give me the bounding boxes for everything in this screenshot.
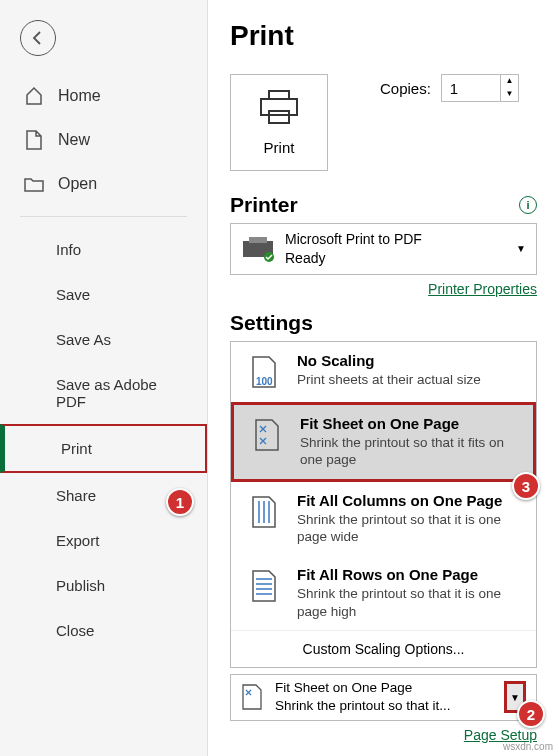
nav-open[interactable]: Open (0, 162, 207, 206)
option-desc: Shrink the printout so that it is one pa… (297, 511, 520, 546)
chevron-down-icon: ▼ (516, 243, 526, 254)
nav-save[interactable]: Save (0, 272, 207, 317)
option-title: Fit Sheet on One Page (300, 415, 517, 432)
option-title: No Scaling (297, 352, 520, 369)
fit-columns-icon (247, 492, 281, 532)
printer-selector[interactable]: Microsoft Print to PDF Ready ▼ (230, 223, 537, 275)
option-text: No Scaling Print sheets at their actual … (297, 352, 520, 389)
annotation-marker-2: 2 (517, 700, 545, 728)
nav-new-label: New (58, 131, 90, 149)
printer-icon (257, 89, 301, 125)
watermark: wsxdn.com (503, 741, 553, 752)
print-button[interactable]: Print (230, 74, 328, 171)
copies-label: Copies: (380, 80, 431, 97)
copies-spinner[interactable]: ▲ ▼ (441, 74, 519, 102)
printer-heading: Printer (230, 193, 298, 217)
nav-save-adobe[interactable]: Save as Adobe PDF (0, 362, 207, 424)
sidebar-divider (20, 216, 187, 217)
option-desc: Shrink the printout so that it fits on o… (300, 434, 517, 469)
arrow-left-icon (30, 30, 46, 46)
nav-home-label: Home (58, 87, 101, 105)
svg-text:100: 100 (256, 376, 273, 387)
annotation-marker-3: 3 (512, 472, 540, 500)
option-title: Fit All Rows on One Page (297, 566, 520, 583)
option-fit-sheet[interactable]: Fit Sheet on One Page Shrink the printou… (231, 402, 536, 482)
copies-input[interactable] (442, 75, 500, 101)
spinner-down[interactable]: ▼ (501, 88, 518, 101)
nav-publish[interactable]: Publish (0, 563, 207, 608)
page-title: Print (230, 20, 537, 52)
folder-icon (24, 174, 44, 194)
nav-close[interactable]: Close (0, 608, 207, 653)
nav-info[interactable]: Info (0, 227, 207, 272)
custom-scaling-link[interactable]: Custom Scaling Options... (231, 630, 536, 667)
main-panel: Print Print Copies: ▲ ▼ Printer i Micros… (208, 0, 559, 756)
printer-properties-link[interactable]: Printer Properties (230, 281, 537, 297)
nav-save-as[interactable]: Save As (0, 317, 207, 362)
printer-name: Microsoft Print to PDF (285, 230, 506, 249)
nav-home[interactable]: Home (0, 74, 207, 118)
current-text: Fit Sheet on One Page Shrink the printou… (275, 679, 492, 715)
option-text: Fit Sheet on One Page Shrink the printou… (300, 415, 517, 469)
option-desc: Print sheets at their actual size (297, 371, 520, 389)
printer-section-header: Printer i (230, 193, 537, 217)
nav-new[interactable]: New (0, 118, 207, 162)
fit-sheet-icon (241, 683, 263, 711)
print-row: Print Copies: ▲ ▼ (230, 74, 537, 171)
spinner-arrows: ▲ ▼ (500, 75, 518, 101)
option-fit-rows[interactable]: Fit All Rows on One Page Shrink the prin… (231, 556, 536, 630)
scaling-options-panel: 100 No Scaling Print sheets at their act… (230, 341, 537, 668)
option-title: Fit All Columns on One Page (297, 492, 520, 509)
current-title: Fit Sheet on One Page (275, 679, 492, 697)
fit-rows-icon (247, 566, 281, 606)
option-desc: Shrink the printout so that it is one pa… (297, 585, 520, 620)
settings-heading: Settings (230, 311, 537, 335)
print-button-label: Print (257, 139, 301, 156)
page-setup-link[interactable]: Page Setup (230, 727, 537, 743)
home-icon (24, 86, 44, 106)
annotation-marker-1: 1 (166, 488, 194, 516)
svg-rect-4 (249, 237, 267, 243)
backstage-sidebar: Home New Open Info Save Save As Save as … (0, 0, 208, 756)
nav-export[interactable]: Export (0, 518, 207, 563)
spinner-up[interactable]: ▲ (501, 75, 518, 88)
current-desc: Shrink the printout so that it... (275, 697, 492, 715)
svg-rect-0 (269, 91, 289, 99)
printer-device-icon (241, 235, 275, 263)
info-icon[interactable]: i (519, 196, 537, 214)
copies-group: Copies: ▲ ▼ (380, 74, 519, 102)
option-fit-columns[interactable]: Fit All Columns on One Page Shrink the p… (231, 482, 536, 556)
option-text: Fit All Columns on One Page Shrink the p… (297, 492, 520, 546)
back-button[interactable] (20, 20, 56, 56)
printer-status: Ready (285, 249, 506, 268)
current-scaling-selector[interactable]: Fit Sheet on One Page Shrink the printou… (230, 674, 537, 720)
nav-open-label: Open (58, 175, 97, 193)
printer-text: Microsoft Print to PDF Ready (285, 230, 506, 268)
document-icon (24, 130, 44, 150)
no-scaling-icon: 100 (247, 352, 281, 392)
nav-print[interactable]: Print (0, 424, 207, 473)
fit-sheet-icon (250, 415, 284, 455)
option-no-scaling[interactable]: 100 No Scaling Print sheets at their act… (231, 342, 536, 402)
option-text: Fit All Rows on One Page Shrink the prin… (297, 566, 520, 620)
svg-rect-1 (261, 99, 297, 115)
svg-rect-2 (269, 111, 289, 123)
